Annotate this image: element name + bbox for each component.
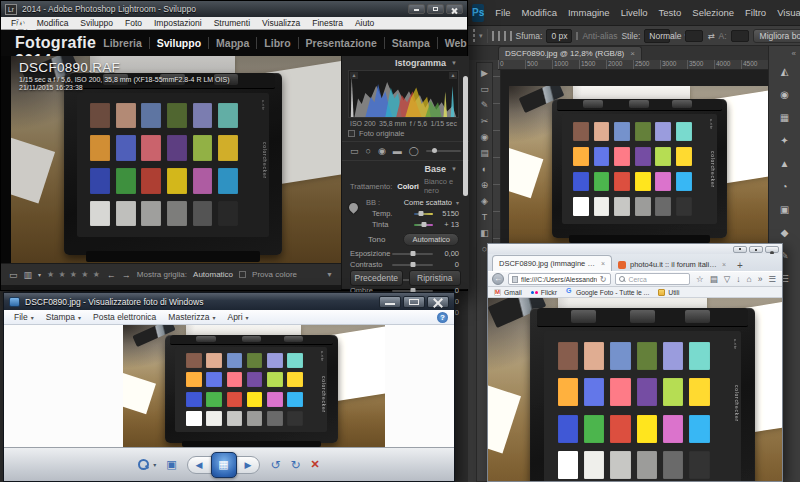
close-tab-icon[interactable]: × xyxy=(630,49,635,58)
bookmark-flickr[interactable]: Flickr xyxy=(531,289,557,296)
highlight-clipping-icon[interactable]: ▲ xyxy=(449,72,457,79)
grid-overlay-select[interactable]: Automatico xyxy=(193,270,233,279)
crop-tool-icon[interactable]: ▭ xyxy=(350,146,359,156)
feather-input[interactable]: 0 px xyxy=(546,29,572,43)
refine-edge-button[interactable]: Migliora bordi xyxy=(753,29,800,43)
panel-icon[interactable]: ▲ xyxy=(780,158,790,169)
radial-filter-icon[interactable]: ◯ xyxy=(409,146,419,156)
menu-item[interactable]: Visualizza xyxy=(772,5,800,20)
panel-icon[interactable]: ▣ xyxy=(780,204,789,215)
overflow-icon[interactable]: » xyxy=(758,274,763,284)
home-icon[interactable]: ⌂ xyxy=(747,274,752,284)
bookmark-google-foto[interactable]: Google Foto - Tutte le ... xyxy=(566,289,649,296)
selection-subtract-icon[interactable] xyxy=(504,31,506,41)
graduated-filter-icon[interactable]: ▬ xyxy=(393,146,402,156)
tool-icon[interactable]: ◧ xyxy=(480,229,489,238)
menu-item[interactable]: Immagine xyxy=(563,5,615,20)
loupe-view[interactable]: x-rite colorchecker DSCF0890.RAF 1/15 se… xyxy=(11,56,341,263)
maximize-button[interactable] xyxy=(427,4,444,14)
slider-track[interactable] xyxy=(414,213,433,215)
loupe-view-icon[interactable]: ▭ xyxy=(9,270,18,280)
redeye-tool-icon[interactable]: ◉ xyxy=(378,146,386,156)
menu-item[interactable]: Apri xyxy=(223,312,256,322)
firefox-titlebar[interactable] xyxy=(488,244,782,254)
shadow-clipping-icon[interactable]: ▲ xyxy=(350,72,358,79)
style-select[interactable]: Normale ▾ xyxy=(644,29,670,43)
slider-track[interactable] xyxy=(392,264,433,266)
module-tab[interactable]: Web xyxy=(437,37,474,49)
collapse-panels-icon[interactable]: « xyxy=(792,49,800,58)
browser-content[interactable]: x-rite colorchecker xyxy=(488,298,782,481)
menu-item[interactable]: File xyxy=(10,312,42,322)
toolbar-options-icon[interactable]: ▼ xyxy=(326,271,333,278)
pocket-icon[interactable]: ▽ xyxy=(724,274,731,284)
delete-icon[interactable]: ✕ xyxy=(311,458,320,471)
rotate-ccw-icon[interactable]: ↺ xyxy=(270,458,280,472)
minimize-button[interactable] xyxy=(379,296,401,308)
minimize-button[interactable] xyxy=(408,4,425,14)
maximize-button[interactable] xyxy=(403,296,425,308)
slider-thumb[interactable] xyxy=(419,211,424,216)
bookmark-folder-utili[interactable]: Utili xyxy=(658,289,679,296)
panel-icon[interactable]: ◆ xyxy=(781,227,789,238)
panel-icon[interactable]: ◭ xyxy=(781,66,789,77)
menu-item[interactable]: Testo xyxy=(654,5,687,20)
menu-item[interactable]: Filtro xyxy=(740,5,771,20)
tool-icon[interactable]: ◉ xyxy=(481,133,489,142)
before-after-icon[interactable]: ▥ xyxy=(24,270,33,280)
rotate-cw-icon[interactable]: ↻ xyxy=(291,458,301,472)
spot-removal-icon[interactable]: ○ xyxy=(366,146,371,156)
tool-icon[interactable]: ⊕ xyxy=(481,181,489,190)
actual-size-icon[interactable]: ▣ xyxy=(166,458,176,471)
tool-icon[interactable]: ◈ xyxy=(481,197,488,206)
swap-dimensions-icon[interactable]: ⇄ xyxy=(707,31,714,41)
close-tab-icon[interactable]: × xyxy=(601,260,605,267)
next-image-icon[interactable]: ▶ xyxy=(245,460,252,470)
module-tab[interactable]: Presentazione xyxy=(298,37,384,49)
panel-icon[interactable]: ◉ xyxy=(780,89,789,100)
tool-icon[interactable]: ▤ xyxy=(480,149,489,158)
menu-item[interactable]: Masterizza xyxy=(164,312,223,322)
auto-tone-button[interactable]: Automatico xyxy=(403,233,459,246)
search-bar[interactable]: Cerca xyxy=(615,273,691,285)
height-input[interactable] xyxy=(731,30,749,42)
histogram[interactable]: ▲ ▲ xyxy=(348,70,459,118)
treatment-bw-option[interactable]: Bianco e nero xyxy=(424,177,461,195)
module-tab[interactable]: Mappa xyxy=(208,37,256,49)
original-photo-checkbox[interactable] xyxy=(348,130,355,137)
menu-item[interactable]: Impostazioni xyxy=(148,18,208,28)
module-tab[interactable]: Libro xyxy=(256,37,297,49)
previous-image-icon[interactable]: ◀ xyxy=(196,460,203,470)
chevron-down-icon[interactable]: ▾ xyxy=(38,271,41,278)
slider-track[interactable] xyxy=(392,253,433,255)
minimize-button[interactable] xyxy=(733,246,747,253)
panel-icon[interactable]: ▦ xyxy=(780,112,789,123)
menu-item[interactable]: Livello xyxy=(616,5,653,20)
treatment-color-option[interactable]: Colori xyxy=(397,182,419,191)
softproof-checkbox[interactable] xyxy=(239,271,246,278)
menu-item[interactable]: File xyxy=(490,5,515,20)
width-input[interactable] xyxy=(685,30,703,42)
close-button[interactable] xyxy=(446,4,463,14)
reload-icon[interactable]: ↻ xyxy=(600,275,607,284)
wb-preset-select[interactable]: Come scattato xyxy=(404,198,452,207)
white-balance-dropper-icon[interactable] xyxy=(347,201,360,214)
menu-item[interactable]: Strumenti xyxy=(208,18,256,28)
reset-button[interactable]: Ripristina xyxy=(409,270,462,286)
selection-new-icon[interactable] xyxy=(492,31,494,41)
document-tab[interactable]: DSCF0890.jpg @ 12,8% (RGB/8) × xyxy=(498,46,642,60)
tool-icon[interactable]: ✎ xyxy=(481,101,489,110)
menu-item[interactable]: Stampa xyxy=(42,312,89,322)
close-tab-icon[interactable]: × xyxy=(722,261,726,268)
menu-item[interactable]: Foto xyxy=(119,18,148,28)
menu-item[interactable]: Modifica xyxy=(517,5,562,20)
slideshow-button[interactable]: ▦ xyxy=(211,452,237,478)
module-tab[interactable]: Sviluppo xyxy=(149,37,208,49)
selection-intersect-icon[interactable] xyxy=(510,31,512,41)
tool-icon[interactable]: ✂ xyxy=(481,117,489,126)
tool-icon[interactable]: T xyxy=(482,213,488,222)
photo-viewer-titlebar[interactable]: DSCF0890.jpg - Visualizzatore foto di Wi… xyxy=(4,293,454,310)
selection-add-icon[interactable] xyxy=(498,31,500,41)
close-button[interactable] xyxy=(765,246,779,253)
slider-thumb[interactable] xyxy=(410,251,415,256)
